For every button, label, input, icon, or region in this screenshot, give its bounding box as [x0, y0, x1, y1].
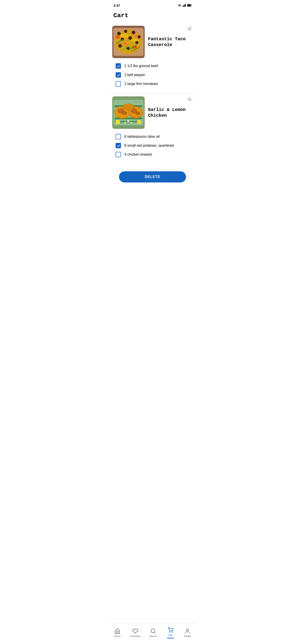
wifi-icon [178, 4, 181, 7]
svg-point-60 [127, 120, 130, 122]
main-content: Fantastic TacoCasserole ✕ 1 1/2 lbs grou… [109, 24, 196, 209]
ingredient-text-5: 8 small red potatoes, quartered [124, 144, 174, 148]
svg-point-27 [127, 48, 128, 49]
checkbox-6[interactable] [116, 152, 121, 157]
battery-icon [187, 4, 192, 7]
ingredient-text-3: 1 large firm tomatoes [124, 82, 158, 86]
recipe-title-container-2: Garlic & LemonChicken [148, 107, 186, 118]
ingredient-text-6: 4 chicken breasts [124, 152, 152, 156]
svg-point-53 [124, 104, 134, 110]
ingredient-item-1: 1 1/2 lbs ground beef [114, 62, 193, 70]
recipe-header-2: Garlic & LemonChicken ✕ [112, 94, 193, 131]
svg-point-11 [118, 33, 120, 34]
svg-rect-3 [185, 4, 186, 7]
recipe-header-1: Fantastic TacoCasserole ✕ [112, 24, 193, 60]
svg-point-36 [120, 34, 129, 38]
svg-rect-1 [183, 5, 184, 7]
ingredient-item-4: 6 tablespoons olive oil [114, 132, 193, 141]
svg-point-21 [129, 37, 131, 39]
svg-rect-6 [188, 5, 190, 6]
delete-button[interactable]: DELETE [119, 171, 186, 182]
checkbox-3[interactable] [116, 81, 121, 86]
recipe-image-1 [112, 26, 145, 58]
checkbox-1[interactable] [116, 63, 121, 69]
ingredient-text-4: 6 tablespoons olive oil [124, 134, 160, 139]
svg-point-62 [124, 122, 126, 124]
remove-icon-1: ✕ [187, 26, 192, 32]
checkbox-4[interactable] [116, 134, 121, 139]
ingredient-text-1: 1 1/2 lbs ground beef [124, 64, 158, 68]
ingredient-item-2: 1 bell pepper [114, 70, 193, 80]
svg-point-23 [136, 42, 138, 43]
checkbox-2[interactable] [116, 72, 121, 78]
recipe-card-2: Garlic & LemonChicken ✕ 6 tablespoons ol… [112, 94, 193, 162]
svg-rect-28 [116, 36, 120, 38]
svg-point-51 [136, 112, 140, 115]
recipe-title-2: Garlic & LemonChicken [148, 107, 186, 118]
signal-icon [182, 4, 186, 7]
ingredient-text-2: 1 bell pepper [124, 73, 145, 77]
delete-section: DELETE [109, 164, 196, 187]
remove-recipe-2-button[interactable]: ✕ [186, 96, 193, 103]
svg-rect-0 [182, 6, 183, 7]
recipe-card-1: Fantastic TacoCasserole ✕ 1 1/2 lbs grou… [112, 24, 193, 92]
ingredient-list-2: 6 tablespoons olive oil 8 small red pota… [112, 131, 193, 162]
recipe-title-container-1: Fantastic TacoCasserole [148, 36, 186, 48]
ingredient-item-3: 1 large firm tomatoes [114, 80, 193, 88]
page-title: Cart [113, 12, 192, 19]
svg-point-15 [132, 32, 134, 33]
svg-point-25 [119, 45, 121, 47]
status-bar: 3:37 [109, 0, 196, 10]
remove-recipe-1-button[interactable]: ✕ [186, 26, 193, 32]
ingredient-item-6: 4 chicken breasts [114, 150, 193, 159]
svg-point-47 [122, 111, 127, 115]
svg-rect-31 [134, 35, 138, 37]
ingredient-item-5: 8 small red potatoes, quartered [114, 141, 193, 150]
svg-rect-2 [184, 4, 185, 7]
ingredient-list-1: 1 1/2 lbs ground beef 1 bell pepper 1 la… [112, 60, 193, 92]
svg-point-13 [125, 31, 126, 32]
svg-rect-29 [124, 42, 127, 45]
checkbox-5[interactable] [116, 143, 121, 148]
status-time: 3:37 [113, 4, 120, 8]
svg-point-61 [130, 122, 132, 124]
remove-icon-2: ✕ [187, 97, 192, 102]
svg-point-17 [138, 36, 140, 38]
status-icons [178, 4, 192, 7]
page-header: Cart [109, 10, 196, 24]
recipe-image-2 [112, 96, 145, 129]
svg-point-37 [130, 39, 139, 42]
recipe-title-1: Fantastic TacoCasserole [148, 36, 186, 48]
svg-rect-5 [191, 5, 192, 6]
